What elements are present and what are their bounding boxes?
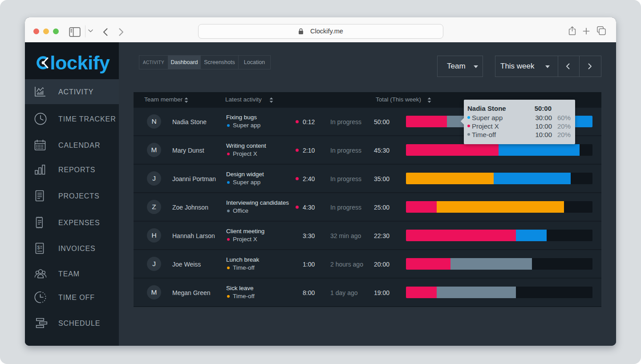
svg-text:$: $ [37, 245, 40, 250]
svg-text:lockify: lockify [50, 52, 110, 73]
